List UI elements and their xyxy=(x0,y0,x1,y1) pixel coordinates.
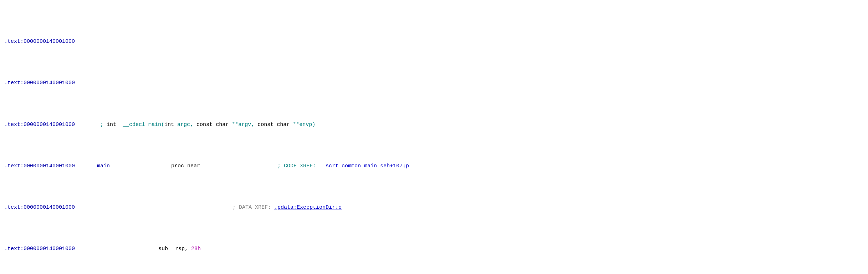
assembly-view: .text:0000000140001000 .text:00000001400… xyxy=(0,3,868,274)
mnemonic: sub xyxy=(133,245,168,253)
proc-keyword: proc near xyxy=(133,162,233,170)
line-5: .text:0000000140001000 ; DATA XREF: .pda… xyxy=(4,203,864,212)
xref-link[interactable]: __scrt_common_main_seh+107↓p xyxy=(319,163,409,169)
line-6: .text:0000000140001000 sub rsp, 28h xyxy=(4,245,864,253)
spacer xyxy=(97,203,233,212)
address: .text:0000000140001000 xyxy=(4,121,97,129)
address: .text:0000000140001000 xyxy=(4,79,97,87)
proc-label: main xyxy=(97,162,133,170)
data-xref-link[interactable]: .pdata:ExceptionDir↓o xyxy=(274,204,342,210)
code-xref-comment: ; CODE XREF: __scrt_common_main_seh+107↓… xyxy=(233,162,409,170)
address: .text:0000000140001000 xyxy=(4,203,97,212)
func-comment: ; int __cdecl main(int argc, const char … xyxy=(97,121,315,129)
data-xref-comment: ; DATA XREF: .pdata:ExceptionDir↓o xyxy=(233,203,342,212)
line-3: .text:0000000140001000 ; int __cdecl mai… xyxy=(4,121,864,129)
immediate: 28h xyxy=(191,246,201,252)
line-1: .text:0000000140001000 xyxy=(4,37,864,46)
line-4: .text:0000000140001000 main proc near ; … xyxy=(4,162,864,170)
operands: rsp, 28h xyxy=(175,245,201,253)
address: .text:0000000140001000 xyxy=(4,37,97,46)
address: .text:0000000140001000 xyxy=(4,162,97,170)
address: .text:0000000140001000 xyxy=(4,245,97,253)
line-2: .text:0000000140001000 xyxy=(4,79,864,87)
